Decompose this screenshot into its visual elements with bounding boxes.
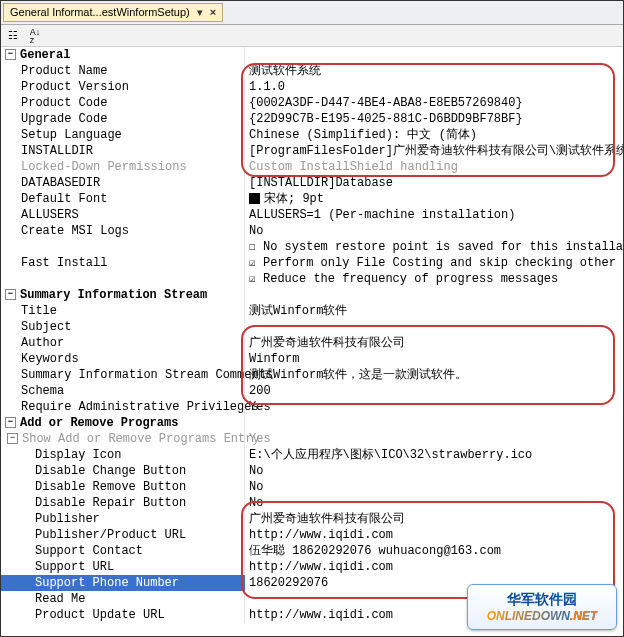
prop-require-admin[interactable]: Require Administrative PrivilegesYes — [1, 399, 623, 415]
checkbox-checked-icon[interactable]: ☑ — [249, 271, 263, 287]
prop-product-version[interactable]: Product Version1.1.0 — [1, 79, 623, 95]
section-summary[interactable]: −Summary Information Stream — [1, 287, 623, 303]
categorized-icon[interactable]: ☷ — [5, 28, 21, 44]
sort-alpha-icon[interactable]: A↓z — [27, 28, 43, 44]
section-arp[interactable]: −Add or Remove Programs — [1, 415, 623, 431]
prop-setup-language[interactable]: Setup LanguageChinese (Simplified): 中文 (… — [1, 127, 623, 143]
prop-product-name[interactable]: Product Name测试软件系统 — [1, 63, 623, 79]
checkbox-icon[interactable]: ☐ — [249, 239, 263, 255]
prop-product-code[interactable]: Product Code{0002A3DF-D447-4BE4-ABA8-E8E… — [1, 95, 623, 111]
prop-fast-install[interactable]: Fast Install ☐No system restore point is… — [1, 239, 623, 287]
font-sample-icon — [249, 193, 260, 204]
prop-allusers[interactable]: ALLUSERSALLUSERS=1 (Per-machine installa… — [1, 207, 623, 223]
prop-create-msi-logs[interactable]: Create MSI LogsNo — [1, 223, 623, 239]
pin-icon[interactable]: ▾ — [197, 6, 203, 18]
prop-locked-down[interactable]: Locked-Down PermissionsCustom InstallShi… — [1, 159, 623, 175]
prop-databasedir[interactable]: DATABASEDIR[INSTALLDIR]Database — [1, 175, 623, 191]
prop-show-arp[interactable]: −Show Add or Remove Programs EntryYes — [1, 431, 623, 447]
prop-disable-repair[interactable]: Disable Repair ButtonNo — [1, 495, 623, 511]
collapse-icon[interactable]: − — [7, 433, 18, 444]
collapse-icon[interactable]: − — [5, 49, 16, 60]
property-toolbar: ☷ A↓z — [1, 25, 623, 47]
close-icon[interactable]: × — [210, 6, 216, 18]
prop-schema[interactable]: Schema200 — [1, 383, 623, 399]
prop-upgrade-code[interactable]: Upgrade Code{22D99C7B-E195-4025-881C-D6B… — [1, 111, 623, 127]
prop-publisher-url[interactable]: Publisher/Product URLhttp://www.iqidi.co… — [1, 527, 623, 543]
prop-comments[interactable]: Summary Information Stream Comments测试Win… — [1, 367, 623, 383]
prop-disable-remove[interactable]: Disable Remove ButtonNo — [1, 479, 623, 495]
section-general[interactable]: −General — [1, 47, 623, 63]
tab-bar: General Informat...estWinformSetup) ▾ × — [1, 1, 623, 25]
prop-support-url[interactable]: Support URLhttp://www.iqidi.com — [1, 559, 623, 575]
prop-display-icon[interactable]: Display IconE:\个人应用程序\图标\ICO\32\strawber… — [1, 447, 623, 463]
collapse-icon[interactable]: − — [5, 289, 16, 300]
collapse-icon[interactable]: − — [5, 417, 16, 428]
prop-default-font[interactable]: Default Font宋体; 9pt — [1, 191, 623, 207]
property-grid[interactable]: −General Product Name测试软件系统 Product Vers… — [1, 47, 623, 636]
prop-installdir[interactable]: INSTALLDIR[ProgramFilesFolder]广州爱奇迪软件科技有… — [1, 143, 623, 159]
prop-title[interactable]: Title测试Winform软件 — [1, 303, 623, 319]
prop-publisher[interactable]: Publisher广州爱奇迪软件科技有限公司 — [1, 511, 623, 527]
prop-disable-change[interactable]: Disable Change ButtonNo — [1, 463, 623, 479]
watermark-logo: 华军软件园 ONLINEDOWN.NET — [467, 584, 617, 630]
tab-general-information[interactable]: General Informat...estWinformSetup) ▾ × — [3, 3, 223, 22]
prop-support-contact[interactable]: Support Contact伍华聪 18620292076 wuhuacong… — [1, 543, 623, 559]
prop-keywords[interactable]: Keywords Winform — [1, 351, 623, 367]
prop-subject[interactable]: Subject — [1, 319, 623, 335]
tab-title: General Informat...estWinformSetup) — [10, 6, 190, 18]
prop-author[interactable]: Author广州爱奇迪软件科技有限公司 — [1, 335, 623, 351]
checkbox-checked-icon[interactable]: ☑ — [249, 255, 263, 271]
